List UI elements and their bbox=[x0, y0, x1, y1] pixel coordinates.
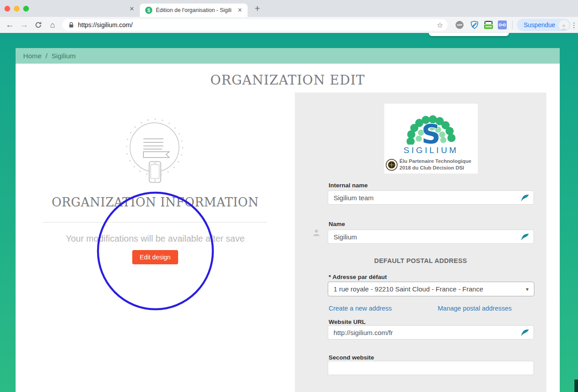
edit-pen-icon[interactable] bbox=[521, 194, 529, 203]
award-badge: Élu Partenaire Technologique 2018 du Clu… bbox=[386, 158, 471, 171]
popup-remnant bbox=[429, 33, 509, 36]
browser-window: × S Édition de l'organisation - Sigili ×… bbox=[0, 0, 578, 392]
brand-name: SIGILIUM bbox=[384, 145, 478, 155]
active-tab[interactable]: S Édition de l'organisation - Sigili × bbox=[140, 4, 248, 17]
edit-design-button[interactable]: Edit design bbox=[132, 250, 178, 264]
breadcrumb: Home / Sigilium bbox=[16, 48, 560, 64]
inactive-tab-close-icon[interactable]: × bbox=[130, 4, 134, 13]
save-note-text: Your modifications will be available aft… bbox=[16, 234, 295, 244]
default-postal-address-heading: DEFAULT POSTAL ADDRESS bbox=[295, 257, 546, 264]
website-url-label: Website URL bbox=[329, 319, 366, 325]
club-crest-icon bbox=[386, 159, 398, 171]
content-area: ORGANIZATION EDIT bbox=[16, 64, 560, 392]
internal-name-label: Internal name bbox=[329, 182, 368, 189]
avatar bbox=[559, 20, 569, 30]
tab-title: Édition de l'organisation - Sigili bbox=[156, 7, 236, 13]
adblock-extension-icon[interactable]: ABP bbox=[455, 17, 464, 33]
lock-icon[interactable] bbox=[69, 22, 74, 28]
breadcrumb-home-link[interactable]: Home bbox=[23, 52, 41, 60]
browser-toolbar: ← → ⌂ https://sigilium.com/ ☆ ABP new bbox=[0, 17, 578, 33]
tab-close-icon[interactable]: × bbox=[238, 6, 242, 14]
web-page: Home / Sigilium ORGANIZATION EDIT bbox=[0, 33, 578, 392]
badge-line2: 2018 du Club Décision DSI bbox=[399, 165, 471, 171]
sigilium-logo-icon: S bbox=[384, 104, 478, 145]
manage-addresses-link[interactable]: Manage postal addresses bbox=[438, 305, 512, 312]
forward-icon[interactable]: → bbox=[18, 17, 30, 33]
edit-pen-icon[interactable] bbox=[521, 234, 529, 242]
scrollbar-corner bbox=[574, 380, 578, 392]
profile-button[interactable]: Suspendue bbox=[517, 19, 570, 31]
default-address-value: 1 rue royale - 92210 Saint Cloud - Franc… bbox=[334, 285, 483, 293]
badge-line1: Élu Partenaire Technologique bbox=[399, 158, 471, 165]
default-address-label: * Adresse par défaut bbox=[329, 274, 387, 280]
tab-strip: × S Édition de l'organisation - Sigili ×… bbox=[0, 0, 578, 17]
website-url-input[interactable] bbox=[328, 325, 534, 339]
edit-pen-icon[interactable] bbox=[521, 329, 529, 338]
url-text[interactable]: https://sigilium.com/ bbox=[78, 21, 437, 28]
sigilium-favicon-icon: S bbox=[145, 7, 152, 14]
reload-icon[interactable] bbox=[32, 17, 45, 33]
address-bar[interactable]: https://sigilium.com/ ☆ bbox=[62, 19, 448, 31]
organization-logo-card: S SIGILIUM Élu Partenaire Technologique … bbox=[384, 104, 478, 174]
divider bbox=[42, 222, 267, 222]
new-tab-button[interactable]: + bbox=[252, 3, 263, 14]
default-address-select[interactable]: 1 rue royale - 92210 Saint Cloud - Franc… bbox=[328, 282, 534, 296]
svg-text:S: S bbox=[422, 119, 440, 145]
breadcrumb-separator: / bbox=[45, 52, 47, 60]
close-window-button[interactable] bbox=[4, 6, 10, 12]
organization-info-heading: ORGANIZATION INFORMATION bbox=[16, 195, 295, 209]
scanner-frame-icon bbox=[484, 21, 493, 24]
glasses-extension-icon[interactable] bbox=[497, 17, 507, 33]
second-website-label: Second website bbox=[329, 354, 374, 361]
name-label: Name bbox=[329, 221, 345, 227]
chevron-down-icon: ▾ bbox=[526, 286, 529, 292]
internal-name-input[interactable] bbox=[328, 190, 534, 205]
toolbar-separator bbox=[512, 20, 513, 29]
browser-menu-icon[interactable]: ⋮ bbox=[570, 17, 578, 33]
organization-info-panel: ORGANIZATION INFORMATION Your modificati… bbox=[16, 64, 295, 392]
back-icon[interactable]: ← bbox=[4, 17, 16, 33]
bookmark-star-icon[interactable]: ☆ bbox=[437, 21, 443, 29]
second-website-input[interactable] bbox=[328, 361, 534, 375]
home-icon[interactable]: ⌂ bbox=[46, 17, 59, 33]
organization-edit-form: S SIGILIUM Élu Partenaire Technologique … bbox=[295, 93, 546, 392]
create-address-link[interactable]: Create a new address bbox=[329, 305, 392, 312]
scanner-new-extension-icon[interactable]: new bbox=[483, 17, 494, 33]
maximize-window-button[interactable] bbox=[23, 6, 29, 12]
minimize-window-button[interactable] bbox=[14, 6, 20, 12]
breadcrumb-current-link[interactable]: Sigilium bbox=[52, 52, 76, 60]
shield-extension-icon[interactable] bbox=[469, 17, 479, 33]
person-icon bbox=[312, 229, 321, 237]
signature-preview-illustration bbox=[119, 113, 191, 187]
name-input[interactable] bbox=[328, 230, 534, 244]
